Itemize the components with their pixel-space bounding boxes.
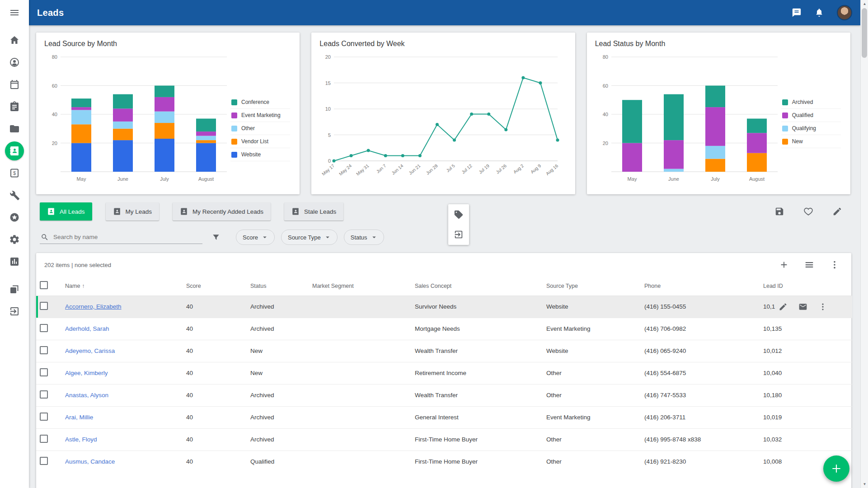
lead-name-link[interactable]: Accornero, Elizabeth (65, 303, 122, 310)
table-more-button[interactable] (830, 260, 840, 270)
sidebar-item-reports[interactable] (9, 256, 20, 267)
sidebar-item-tasks[interactable] (9, 101, 20, 112)
column-header-source-type[interactable]: Source Type (543, 277, 641, 296)
sidebar-item-contacts[interactable] (9, 57, 20, 68)
lead-status: Archived (247, 384, 309, 406)
import-leads-button[interactable] (454, 230, 464, 239)
sidebar-item-featured[interactable] (9, 212, 20, 223)
svg-text:Jul 19: Jul 19 (478, 163, 491, 175)
sidebar-item-billing[interactable]: $ (9, 168, 20, 178)
lead-source-type: Other (543, 384, 641, 406)
sidebar-item-home[interactable] (9, 35, 20, 46)
lead-source-type: Other (543, 362, 641, 384)
settings-icon (9, 234, 20, 245)
view-recently-added-button[interactable]: My Recently Added Leads (173, 202, 271, 221)
chevron-down-icon (324, 233, 332, 241)
svg-text:60: 60 (602, 83, 608, 89)
chart-title: Leads Converted by Week (319, 40, 567, 48)
view-stale-leads-button[interactable]: Stale Leads (284, 202, 343, 221)
column-header-name[interactable]: Name↑ (61, 277, 183, 296)
table-row[interactable]: Accornero, Elizabeth 40 Archived Survivo… (36, 296, 852, 318)
column-header-lead-id[interactable]: Lead ID (760, 277, 852, 296)
add-lead-button[interactable] (779, 260, 789, 270)
filter-button[interactable] (211, 233, 221, 242)
lead-id: 10,180 (763, 392, 782, 399)
lead-name-link[interactable]: Ausmus, Candace (65, 458, 115, 465)
table-row[interactable]: Aderhold, Sarah 40 Archived Mortgage Nee… (36, 318, 852, 340)
lead-name-link[interactable]: Adeyemo, Carissa (65, 347, 115, 354)
table-row[interactable]: Algee, Kimberly 40 New Retirement Income… (36, 362, 852, 384)
tag-leads-button[interactable] (454, 210, 464, 220)
scroll-up-button[interactable]: ▲ (861, 0, 868, 8)
menu-button[interactable] (9, 7, 20, 18)
svg-text:May: May (627, 176, 637, 182)
sidebar-item-documents[interactable] (9, 123, 20, 134)
row-checkbox[interactable] (40, 435, 48, 443)
lead-score: 40 (183, 384, 247, 406)
row-checkbox[interactable] (40, 346, 48, 354)
column-view-button[interactable] (804, 260, 814, 270)
save-view-button[interactable] (774, 206, 784, 216)
notifications-button[interactable] (814, 8, 824, 18)
row-more-button[interactable] (818, 302, 827, 311)
edit-icon (779, 302, 788, 311)
column-header-phone[interactable]: Phone (641, 277, 760, 296)
svg-text:June: June (668, 176, 679, 182)
sidebar-item-exit[interactable] (9, 306, 20, 317)
add-icon (779, 260, 789, 270)
edit-view-button[interactable] (832, 206, 842, 216)
lead-source-type: Other (543, 428, 641, 450)
row-checkbox[interactable] (40, 324, 48, 332)
row-checkbox[interactable] (40, 302, 48, 310)
filter-funnel-icon (211, 233, 221, 242)
sidebar-item-leads[interactable] (5, 141, 24, 160)
row-checkbox[interactable] (40, 368, 48, 376)
row-checkbox[interactable] (40, 413, 48, 421)
scroll-down-button[interactable]: ▼ (861, 480, 868, 488)
menu-icon (9, 7, 20, 18)
add-lead-fab[interactable] (823, 455, 849, 482)
table-row[interactable]: Anastas, Alyson 40 Archived Wealth Trans… (36, 384, 852, 406)
scrollbar-thumb[interactable] (862, 8, 867, 58)
user-menu-button[interactable] (837, 5, 852, 20)
column-header-score[interactable]: Score (183, 277, 247, 296)
sidebar-item-tools[interactable] (9, 190, 20, 201)
calendar-icon (9, 79, 20, 90)
lead-name-link[interactable]: Arai, Millie (65, 414, 93, 421)
sidebar-item-tags[interactable] (9, 284, 20, 295)
search-input[interactable] (52, 233, 202, 241)
lead-status-chart: 20406080MayJuneJulyAugust (595, 51, 781, 186)
lead-name-link[interactable]: Algee, Kimberly (65, 370, 108, 376)
select-all-checkbox[interactable] (40, 281, 48, 289)
column-header-sales-concept[interactable]: Sales Concept (411, 277, 543, 296)
table-row[interactable]: Arai, Millie 40 Archived General Interes… (36, 406, 852, 428)
chat-button[interactable] (792, 8, 802, 18)
legend-swatch (782, 99, 788, 105)
lead-name-link[interactable]: Anastas, Alyson (65, 392, 108, 399)
score-filter-chip[interactable]: Score (236, 230, 275, 245)
status-filter-chip[interactable]: Status (344, 230, 384, 245)
source-type-filter-chip[interactable]: Source Type (281, 230, 338, 245)
row-checkbox[interactable] (40, 390, 48, 399)
row-checkbox[interactable] (40, 457, 48, 465)
lead-phone: (416) 155-0455 (641, 296, 760, 318)
table-row[interactable]: Astle, Floyd 40 Archived First-Time Home… (36, 428, 852, 450)
search-box (40, 231, 202, 244)
favorite-view-button[interactable] (803, 206, 813, 216)
column-header-market-segment[interactable]: Market Segment (309, 277, 411, 296)
sidebar-item-calendar[interactable] (9, 79, 20, 90)
lead-market-segment (309, 450, 411, 473)
edit-lead-button[interactable] (779, 302, 788, 311)
lead-name-link[interactable]: Aderhold, Sarah (65, 325, 109, 332)
table-row[interactable]: Adeyemo, Carissa 40 New Wealth Transfer … (36, 340, 852, 362)
email-lead-button[interactable] (798, 302, 807, 311)
column-header-status[interactable]: Status (247, 277, 309, 296)
leads-converted-chart: 05101520May 17May 24May 31Jun 7Jun 14Jun… (319, 51, 566, 186)
table-row[interactable]: Ausmus, Candace 40 Qualified First-Time … (36, 450, 852, 473)
lead-name-link[interactable]: Astle, Floyd (65, 436, 97, 443)
view-all-leads-button[interactable]: All Leads (40, 202, 92, 221)
view-my-leads-button[interactable]: My Leads (106, 202, 160, 221)
svg-text:80: 80 (602, 54, 608, 60)
sidebar-item-settings[interactable] (9, 234, 20, 245)
lead-status: New (247, 340, 309, 362)
